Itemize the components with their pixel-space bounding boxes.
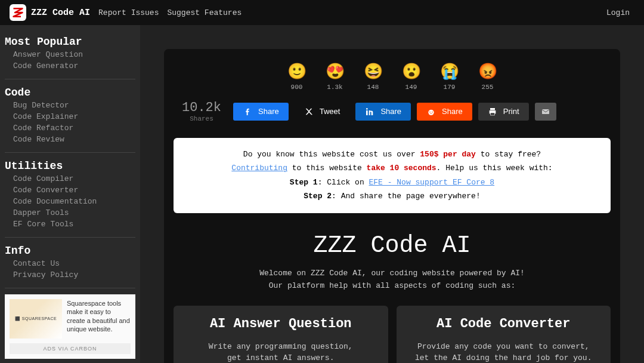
email-button[interactable]	[535, 103, 556, 121]
ad-image: ⬛ SQUARESPACE	[10, 299, 62, 339]
sidebar-item[interactable]: Code Generator	[5, 60, 135, 72]
feature-cards: AI Answer Question Write any programming…	[164, 300, 620, 363]
reaction-count: 900	[286, 84, 308, 91]
sidebar-heading-utilities: Utilities	[5, 159, 135, 173]
sidebar-item[interactable]: Code Converter	[5, 184, 135, 196]
svg-point-3	[429, 111, 431, 112]
card-desc: Provide any code you want to convert,let…	[407, 341, 600, 363]
svg-rect-8	[542, 109, 549, 114]
sidebar-divider	[5, 288, 135, 288]
reactions-row: 🙂 900 😍 1.3k 😆 148 😮 149 😭 179	[164, 59, 620, 96]
feature-card-converter: AI Code Converter Provide any code you w…	[397, 306, 611, 363]
print-button[interactable]: Print	[478, 103, 529, 121]
reaction-count: 179	[439, 84, 460, 91]
reaction-love[interactable]: 😍 1.3k	[324, 61, 346, 91]
share-label: Share	[258, 107, 279, 116]
svg-point-4	[432, 111, 433, 112]
sidebar-item[interactable]: Code Refactor	[5, 122, 135, 134]
reaction-count: 149	[401, 84, 422, 91]
notice-cost: 150$ per day	[420, 150, 476, 159]
reaction-count: 1.3k	[324, 84, 346, 91]
sidebar-heading-code: Code	[5, 85, 135, 100]
share-label: Print	[503, 107, 519, 116]
efe-link[interactable]: EFE - Now support EF Core 8	[369, 178, 495, 187]
nav-suggest-features[interactable]: Suggest Features	[167, 8, 242, 17]
sidebar-item[interactable]: Code Review	[5, 134, 135, 145]
sidebar-ad[interactable]: ⬛ SQUARESPACE Squarespace tools make it …	[5, 294, 135, 359]
sidebar-item[interactable]: EF Core Tools	[5, 219, 135, 230]
facebook-icon	[243, 107, 252, 116]
feature-card-answer: AI Answer Question Write any programming…	[174, 306, 388, 363]
svg-rect-0	[366, 110, 368, 115]
share-linkedin-button[interactable]: Share	[355, 103, 411, 121]
reddit-icon	[426, 107, 436, 116]
share-label: Share	[442, 107, 463, 116]
notice-text: : And share the page everywhere!	[332, 192, 481, 201]
notice-text: Do you know this website cost us over	[243, 150, 420, 159]
hero: ZZZ Code AI Welcome on ZZZ Code AI, our …	[164, 220, 620, 300]
wow-icon: 😮	[401, 61, 422, 82]
ad-text: Squarespace tools make it easy to create…	[67, 299, 131, 339]
notice-text: . Help us this week with:	[436, 164, 553, 173]
share-twitter-button[interactable]: Tweet	[295, 103, 350, 121]
sidebar-heading-popular: Most Popular	[5, 35, 135, 49]
email-icon	[541, 107, 550, 116]
card-title: AI Code Converter	[407, 316, 600, 331]
sad-icon: 😭	[439, 61, 460, 82]
sidebar-item[interactable]: Code Explainer	[5, 111, 135, 122]
share-facebook-button[interactable]: Share	[233, 103, 289, 121]
login-link[interactable]: Login	[606, 8, 630, 17]
sidebar-heading-info: Info	[5, 244, 135, 258]
brand-logo[interactable]: ZZZ Code AI	[10, 4, 90, 21]
share-label: Shares	[182, 115, 221, 122]
hero-subtitle: Our platform help with all aspects of co…	[174, 281, 611, 290]
notice-duration: take 10 seconds	[367, 164, 436, 173]
notice-text: to this website	[287, 164, 367, 173]
main-content: 🙂 900 😍 1.3k 😆 148 😮 149 😭 179	[140, 25, 644, 363]
share-reddit-button[interactable]: Share	[417, 103, 472, 121]
sidebar-item[interactable]: Dapper Tools	[5, 207, 135, 219]
reaction-wow[interactable]: 😮 149	[401, 61, 422, 91]
sidebar-divider	[5, 152, 135, 153]
svg-rect-7	[490, 113, 494, 115]
share-label: Tweet	[320, 107, 340, 116]
sidebar-item[interactable]: Privacy Policy	[5, 269, 135, 281]
svg-rect-5	[490, 108, 495, 110]
sidebar-divider	[5, 237, 135, 238]
page-title: ZZZ Code AI	[174, 232, 611, 259]
card-title: AI Answer Question	[184, 316, 377, 331]
reaction-count: 255	[477, 84, 499, 91]
logo-icon	[10, 4, 26, 21]
share-row: 10.2k Shares Share Tweet Share Sha	[164, 96, 620, 131]
reaction-smile[interactable]: 🙂 900	[286, 61, 308, 91]
smile-icon: 🙂	[286, 61, 308, 82]
svg-point-1	[366, 108, 368, 110]
sidebar-divider	[5, 79, 135, 79]
laugh-icon: 😆	[363, 61, 384, 82]
brand-name: ZZZ Code AI	[31, 8, 90, 18]
share-number: 10.2k	[182, 100, 221, 115]
reaction-laugh[interactable]: 😆 148	[363, 61, 384, 91]
sidebar-item[interactable]: Contact Us	[5, 258, 135, 269]
reaction-sad[interactable]: 😭 179	[439, 61, 460, 91]
contribute-notice: Do you know this website cost us over 15…	[174, 138, 611, 213]
svg-point-2	[428, 109, 434, 115]
contributing-link[interactable]: Contributing	[231, 164, 287, 173]
share-label: Share	[380, 107, 401, 116]
sidebar-item[interactable]: Code Documentation	[5, 196, 135, 207]
linkedin-icon	[365, 107, 374, 116]
step-label: Step 1	[290, 178, 318, 187]
sidebar-item[interactable]: Bug Detector	[5, 100, 135, 111]
nav-report-issues[interactable]: Report Issues	[98, 8, 159, 17]
notice-text: to stay free?	[476, 150, 541, 159]
sidebar-item[interactable]: Answer Question	[5, 49, 135, 60]
print-icon	[488, 107, 497, 116]
angry-icon: 😡	[477, 61, 499, 82]
share-total: 10.2k Shares	[182, 100, 221, 122]
reaction-angry[interactable]: 😡 255	[477, 61, 499, 91]
reaction-count: 148	[363, 84, 384, 91]
card-desc: Write any programming question,get insta…	[184, 341, 377, 363]
ad-footer: ADS VIA CARBON	[10, 343, 131, 354]
x-icon	[304, 107, 314, 116]
sidebar-item[interactable]: Code Compiler	[5, 173, 135, 184]
